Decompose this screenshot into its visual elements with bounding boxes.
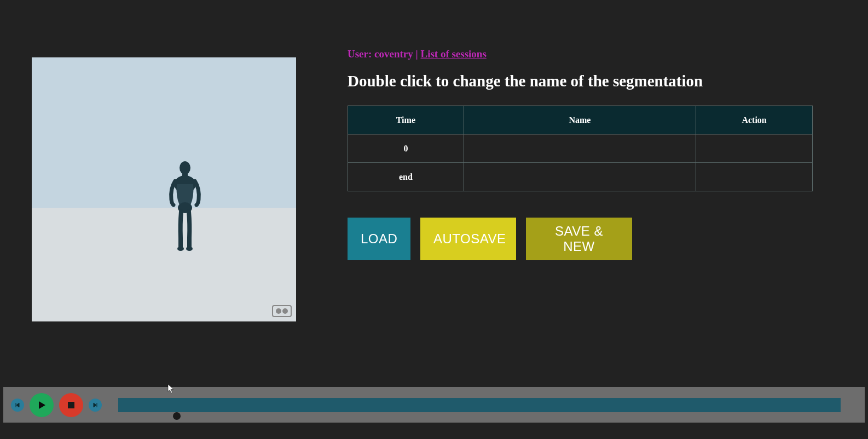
skip-forward-icon bbox=[92, 402, 98, 408]
3d-viewport[interactable] bbox=[32, 57, 296, 321]
stop-icon bbox=[67, 401, 76, 409]
cell-time[interactable]: 0 bbox=[348, 134, 464, 163]
cell-action[interactable] bbox=[696, 134, 813, 163]
page-heading: Double click to change the name of the s… bbox=[348, 72, 868, 90]
svg-rect-6 bbox=[68, 402, 74, 408]
svg-point-5 bbox=[186, 247, 193, 251]
right-panel: User: coventry | List of sessions Double… bbox=[328, 0, 868, 321]
table-row[interactable]: 0 bbox=[348, 134, 813, 163]
humanoid-figure bbox=[166, 161, 204, 251]
cell-time[interactable]: end bbox=[348, 163, 464, 191]
table-header-row: Time Name Action bbox=[348, 106, 813, 134]
user-separator: | bbox=[413, 48, 421, 60]
header-action: Action bbox=[696, 106, 813, 134]
autosave-button[interactable]: AUTOSAVE bbox=[420, 218, 516, 260]
vr-icon[interactable] bbox=[272, 305, 292, 317]
user-info: User: coventry | List of sessions bbox=[348, 48, 868, 60]
cell-name[interactable] bbox=[464, 163, 696, 191]
save-new-button[interactable]: SAVE & NEW bbox=[526, 218, 632, 260]
cell-action[interactable] bbox=[696, 163, 813, 191]
header-name: Name bbox=[464, 106, 696, 134]
button-row: LOAD AUTOSAVE SAVE & NEW bbox=[348, 218, 868, 260]
skip-back-icon bbox=[15, 402, 20, 408]
play-icon bbox=[37, 400, 47, 410]
load-button[interactable]: LOAD bbox=[348, 218, 410, 260]
user-prefix: User: bbox=[348, 48, 374, 60]
next-frame-button[interactable] bbox=[89, 399, 102, 412]
stop-button[interactable] bbox=[59, 393, 83, 417]
svg-point-4 bbox=[177, 247, 184, 251]
header-time: Time bbox=[348, 106, 464, 134]
prev-frame-button[interactable] bbox=[11, 399, 24, 412]
segmentation-table: Time Name Action 0 end bbox=[348, 106, 813, 191]
sessions-link[interactable]: List of sessions bbox=[420, 48, 486, 60]
timeline-marker[interactable] bbox=[173, 412, 181, 420]
svg-point-0 bbox=[180, 161, 190, 174]
play-button[interactable] bbox=[30, 393, 54, 417]
timeline-bar bbox=[3, 387, 865, 423]
viewport-panel bbox=[0, 0, 328, 321]
cell-name[interactable] bbox=[464, 134, 696, 163]
table-row[interactable]: end bbox=[348, 163, 813, 191]
user-name: coventry bbox=[374, 48, 413, 60]
timeline-track[interactable] bbox=[118, 398, 841, 412]
